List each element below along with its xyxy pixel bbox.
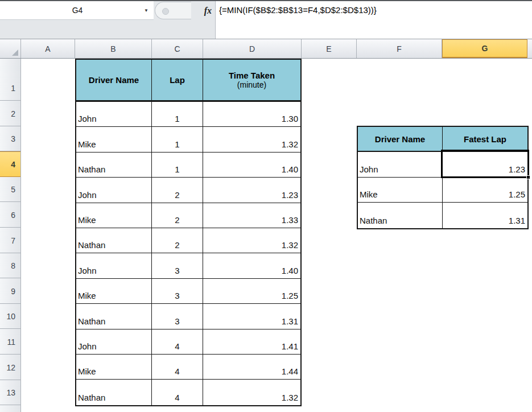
- column-header[interactable]: B: [75, 39, 152, 58]
- cell-driver[interactable]: Mike: [76, 279, 152, 303]
- cell-driver[interactable]: Nathan: [358, 203, 443, 228]
- header-time-taken[interactable]: Time Taken (minute): [203, 60, 300, 100]
- cell-time[interactable]: 1.32: [203, 228, 300, 253]
- cell-time[interactable]: 1.31: [203, 304, 300, 328]
- row-header[interactable]: 7: [0, 228, 20, 253]
- chrome-lower-panel: [0, 20, 215, 39]
- column-header[interactable]: E: [302, 39, 357, 58]
- cell-driver[interactable]: Nathan: [76, 228, 152, 253]
- column-headers: A B C D E F: [21, 39, 527, 58]
- column-header[interactable]: F: [357, 39, 442, 58]
- row-header-label: 11: [7, 337, 15, 347]
- header-fastest-lap[interactable]: Fatest Lap: [443, 127, 527, 151]
- cell-driver[interactable]: Mike: [76, 203, 152, 228]
- cell-driver[interactable]: Mike: [358, 178, 443, 203]
- row-header[interactable]: 11: [0, 329, 20, 355]
- cell-lap[interactable]: 4: [152, 329, 203, 354]
- cell-lap[interactable]: 3: [152, 253, 203, 278]
- column-header[interactable]: A: [21, 39, 75, 58]
- cell-lap[interactable]: 3: [152, 279, 203, 303]
- column-header[interactable]: D: [203, 39, 302, 58]
- cell-time[interactable]: 1.25: [203, 279, 300, 303]
- column-header[interactable]: C: [152, 39, 203, 58]
- cell-lap[interactable]: 2: [152, 228, 203, 253]
- cell-fastest-lap[interactable]: 1.31: [443, 203, 527, 228]
- cell-time[interactable]: 1.40: [203, 253, 300, 278]
- row-header[interactable]: 1: [0, 59, 20, 101]
- formula-bar-cap: [155, 2, 191, 19]
- column-header-partial: [527, 39, 532, 58]
- row-header[interactable]: 4: [0, 151, 20, 177]
- cell-time[interactable]: 1.33: [203, 203, 300, 228]
- cell-fastest-lap[interactable]: 1.25: [443, 178, 527, 203]
- column-header[interactable]: G: [442, 39, 527, 58]
- cell-driver[interactable]: Nathan: [76, 304, 152, 328]
- cell-time[interactable]: 1.40: [203, 153, 300, 177]
- column-header-label: G: [482, 44, 488, 53]
- cell-time[interactable]: 1.44: [203, 355, 300, 379]
- cell-driver[interactable]: John: [76, 329, 152, 354]
- row-header[interactable]: 2: [0, 101, 20, 126]
- lap-table-header-row: Driver Name Lap Time Taken (minute): [76, 60, 300, 102]
- row-header-label: 6: [11, 211, 15, 220]
- row-header[interactable]: 10: [0, 304, 20, 329]
- row-header-strip: 1 2 3 4 5 6 7: [0, 59, 21, 412]
- row-header[interactable]: 12: [0, 355, 20, 380]
- table-row: Mike 4 1.44: [76, 355, 300, 380]
- row-header-label: 12: [6, 363, 15, 372]
- cell-lap[interactable]: 2: [152, 203, 203, 228]
- row-header[interactable]: 3: [0, 126, 20, 152]
- header-driver-name[interactable]: Driver Name: [358, 127, 443, 151]
- table-row: Nathan 1.31: [358, 203, 527, 228]
- cell-driver[interactable]: Mike: [76, 127, 152, 151]
- cell-lap[interactable]: 3: [152, 304, 203, 328]
- row-header-label: 3: [11, 134, 15, 143]
- formula-bar-grip-icon[interactable]: [162, 8, 169, 15]
- row-header[interactable]: 5: [0, 177, 20, 203]
- name-box-value: G4: [0, 6, 139, 15]
- formula-input[interactable]: {=MIN(IF($B$2:$B$13=F4,$D$2:$D$13))}: [216, 1, 532, 39]
- cell-time[interactable]: 1.41: [203, 329, 300, 354]
- cell-lap[interactable]: 1: [152, 153, 203, 177]
- cell-lap[interactable]: 2: [152, 178, 203, 202]
- column-header-label: C: [174, 44, 180, 53]
- row-header-label: 8: [11, 261, 15, 270]
- cell-lap[interactable]: 1: [152, 102, 203, 126]
- fill-handle[interactable]: [526, 175, 530, 179]
- column-header-label: D: [249, 44, 255, 53]
- name-box[interactable]: G4 ▼: [0, 1, 154, 20]
- cell-time[interactable]: 1.30: [203, 102, 300, 126]
- row-header[interactable]: 13: [0, 380, 20, 406]
- cell-driver[interactable]: John: [358, 152, 443, 177]
- cell-driver[interactable]: Mike: [76, 355, 152, 379]
- select-all-button[interactable]: [0, 39, 21, 58]
- cell-driver[interactable]: John: [76, 253, 152, 278]
- table-row: Mike 1 1.32: [76, 127, 300, 152]
- cell-driver[interactable]: John: [76, 178, 152, 202]
- insert-function-icon[interactable]: fx: [204, 1, 212, 20]
- formula-bar-separator: fx: [154, 1, 215, 20]
- row-header-label: 5: [11, 185, 15, 194]
- cell-time[interactable]: 1.32: [203, 380, 300, 405]
- row-header[interactable]: 8: [0, 253, 20, 279]
- cell-lap[interactable]: 4: [152, 380, 203, 405]
- column-header-label: E: [326, 44, 331, 53]
- table-row: John 1.23: [358, 152, 527, 178]
- cell-time[interactable]: 1.23: [203, 178, 300, 202]
- cell-driver[interactable]: Nathan: [76, 153, 152, 177]
- cell-lap[interactable]: 4: [152, 355, 203, 379]
- cell-fastest-lap[interactable]: 1.23: [443, 152, 527, 177]
- header-driver-name[interactable]: Driver Name: [76, 60, 152, 100]
- cell-driver[interactable]: Nathan: [76, 380, 152, 405]
- header-lap[interactable]: Lap: [152, 60, 203, 100]
- table-row: John 4 1.41: [76, 329, 300, 355]
- row-header[interactable]: 6: [0, 202, 20, 228]
- table-row: John 3 1.40: [76, 253, 300, 278]
- name-box-dropdown-icon[interactable]: ▼: [139, 1, 154, 19]
- cell-driver[interactable]: John: [76, 102, 152, 126]
- cell-time[interactable]: 1.32: [203, 127, 300, 151]
- row-header[interactable]: 9: [0, 278, 20, 304]
- cell-lap[interactable]: 1: [152, 127, 203, 151]
- row-header-label: 1: [11, 84, 15, 93]
- excel-window: G4 ▼ fx {=MIN(IF($B$2:$B$13=F4,$D$2:$D$1…: [0, 0, 532, 412]
